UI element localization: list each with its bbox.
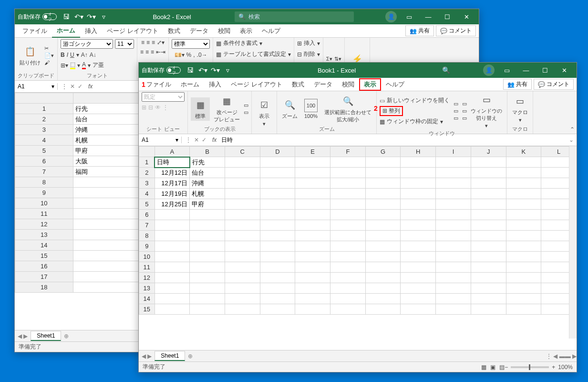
cell[interactable] (365, 199, 401, 210)
cell[interactable] (365, 157, 401, 168)
cell[interactable] (295, 157, 330, 168)
cell[interactable] (471, 157, 506, 168)
search-icon[interactable]: 🔍 (440, 64, 452, 76)
show-button[interactable]: ☑表示▾ (255, 97, 274, 128)
sort-filter-icon[interactable]: ⇅▾ (334, 56, 341, 62)
align-right-icon[interactable]: ≡ (151, 49, 154, 55)
cell[interactable] (260, 199, 295, 210)
cell[interactable] (471, 210, 506, 220)
cell[interactable] (401, 262, 436, 273)
cell[interactable] (401, 252, 436, 262)
cell[interactable] (190, 252, 225, 262)
cell[interactable] (506, 304, 541, 315)
cell[interactable] (471, 241, 506, 252)
cell[interactable] (295, 252, 330, 262)
cell[interactable] (436, 241, 471, 252)
side-icon-2[interactable]: ▭ (462, 108, 467, 114)
cell[interactable] (330, 304, 366, 315)
align-left-icon[interactable]: ≡ (140, 49, 144, 55)
qat-more-icon[interactable]: ▿ (222, 64, 233, 76)
cell[interactable] (330, 294, 366, 304)
normal-view-button[interactable]: ▦標準 (191, 97, 210, 121)
cell[interactable] (401, 294, 436, 304)
cell[interactable] (506, 283, 541, 294)
cell[interactable] (225, 157, 260, 168)
cell[interactable] (365, 220, 401, 231)
formula-input[interactable]: 日時 (218, 136, 566, 144)
cell[interactable] (225, 178, 260, 189)
tab-file[interactable]: ファイル (18, 25, 52, 37)
cell[interactable] (401, 199, 436, 210)
format-as-table-button[interactable]: ▦ テーブルとして書式設定 ▾ (216, 50, 291, 59)
tab-review[interactable]: 校閲 (337, 78, 359, 91)
cell[interactable] (436, 283, 471, 294)
zoom-slider[interactable] (511, 366, 549, 368)
format-painter-icon[interactable]: 🖌 (44, 60, 54, 65)
cell[interactable] (506, 178, 541, 189)
tab-help[interactable]: ヘルプ (257, 25, 285, 37)
cell[interactable] (506, 199, 541, 210)
cell[interactable] (401, 241, 436, 252)
tab-layout[interactable]: ページ レイアウト (226, 78, 287, 91)
cell[interactable] (401, 231, 436, 241)
decrease-font-icon[interactable]: A↓ (90, 52, 96, 58)
fill-color-icon[interactable]: ⬚ (70, 61, 75, 69)
name-box[interactable]: A1▾ (15, 83, 58, 90)
cell[interactable] (190, 294, 225, 304)
cell[interactable] (225, 252, 260, 262)
cell[interactable] (436, 252, 471, 262)
cell[interactable] (295, 294, 330, 304)
pagebreak-view-button[interactable]: ▦改ページ プレビュー (212, 94, 242, 124)
cell[interactable] (506, 294, 541, 304)
zoom-100-button[interactable]: 100100% (301, 98, 320, 120)
cell[interactable] (295, 199, 330, 210)
cell[interactable] (330, 168, 366, 178)
inc-decimal-icon[interactable]: .0→ (197, 52, 207, 58)
sheet-nav[interactable]: ◀ ▶ (15, 333, 31, 340)
save-icon[interactable]: 🖫 (185, 64, 196, 76)
ribbon-display-icon[interactable]: ▭ (400, 9, 419, 24)
currency-icon[interactable]: 💴▾ (175, 52, 185, 58)
maximize-button[interactable]: ☐ (536, 63, 555, 78)
hide-icon[interactable]: ▭ (454, 108, 458, 114)
cell[interactable] (295, 220, 330, 231)
add-sheet-icon[interactable]: ⊕ (185, 353, 196, 360)
zoom-level[interactable]: 100% (558, 364, 573, 371)
cell[interactable] (330, 283, 366, 294)
cell[interactable] (436, 304, 471, 315)
tab-help[interactable]: ヘルプ (381, 78, 409, 91)
number-format-select[interactable]: 標準 (172, 39, 210, 49)
insert-cells-button[interactable]: ⊞ 挿入 ▾ (297, 39, 320, 48)
font-name-select[interactable]: 游ゴシック (61, 39, 113, 49)
cell[interactable] (365, 168, 401, 178)
cell[interactable] (260, 262, 295, 273)
cell[interactable] (506, 220, 541, 231)
cell[interactable] (260, 283, 295, 294)
underline-button[interactable]: U (70, 52, 74, 58)
zoom-out-icon[interactable]: − (505, 364, 508, 371)
cell[interactable] (295, 262, 330, 273)
minimize-button[interactable]: — (419, 9, 438, 24)
cell[interactable] (471, 199, 506, 210)
tab-review[interactable]: 校閲 (213, 25, 235, 37)
cell[interactable] (295, 189, 330, 199)
macro-button[interactable]: ▭マクロ▾ (510, 94, 530, 124)
cell[interactable] (401, 157, 436, 168)
cell[interactable] (471, 189, 506, 199)
side-icon-1[interactable]: ▭ (462, 101, 467, 107)
cell[interactable] (260, 178, 295, 189)
italic-button[interactable]: I (67, 52, 68, 58)
cell[interactable] (260, 168, 295, 178)
cell[interactable] (506, 231, 541, 241)
minimize-button[interactable]: — (516, 63, 536, 78)
cell[interactable] (506, 241, 541, 252)
cell[interactable] (506, 168, 541, 178)
cell[interactable] (225, 189, 260, 199)
cell[interactable] (330, 220, 366, 231)
tab-insert[interactable]: 挿入 (80, 25, 102, 37)
cell[interactable] (365, 283, 401, 294)
split-icon[interactable]: ▭ (454, 101, 458, 107)
cell[interactable] (436, 189, 471, 199)
arrange-button[interactable]: ⊞ 整列 (380, 106, 403, 116)
cell[interactable] (330, 199, 366, 210)
